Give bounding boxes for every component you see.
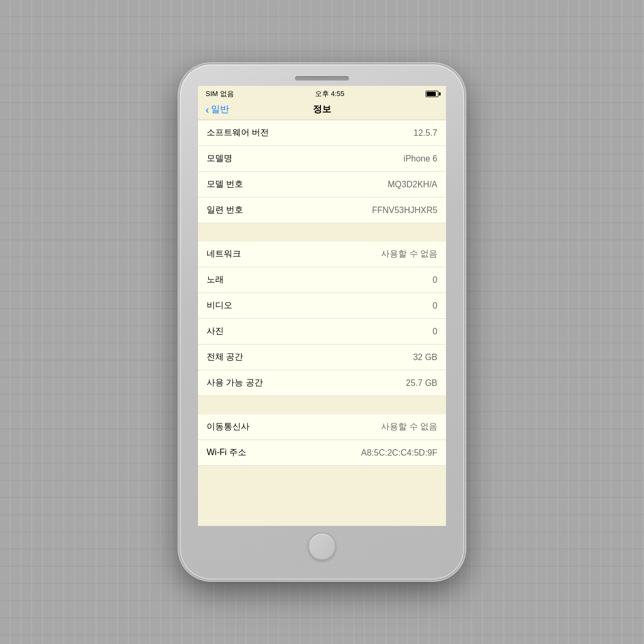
back-label: 일반 [211,103,229,115]
value-model-name: iPhone 6 [404,154,437,164]
row-model-number: 모델 번호 MQ3D2KH/A [198,172,446,197]
row-photos: 사진 0 [198,319,446,345]
section-device-info: 소프트웨어 버전 12.5.7 모델명 iPhone 6 모델 번호 MQ3D2… [198,120,446,223]
phone-screen: SIM 없음 오후 4:55 ‹ 일반 정보 소프트웨어 버전 12.5.7 [198,86,446,526]
row-available-storage: 사용 가능 공간 25.7 GB [198,370,446,396]
navigation-bar: ‹ 일반 정보 [198,101,446,120]
row-software-version: 소프트웨어 버전 12.5.7 [198,120,446,146]
battery-icon [426,91,438,97]
row-total-storage: 전체 공간 32 GB [198,345,446,370]
row-network: 네트워크 사용할 수 없음 [198,241,446,267]
battery-fill [427,92,436,96]
row-wifi-address: Wi-Fi 주소 A8:5C:2C:C4:5D:9F [198,440,446,466]
label-total-storage: 전체 공간 [207,352,243,363]
value-carrier: 사용할 수 없음 [381,421,437,433]
row-model-name: 모델명 iPhone 6 [198,146,446,172]
value-photos: 0 [433,327,437,336]
sim-status: SIM 없음 [206,89,234,99]
page-title: 정보 [313,103,331,115]
clock: 오후 4:55 [315,89,345,99]
section-storage-info: 네트워크 사용할 수 없음 노래 0 비디오 0 사진 0 전체 공간 32 [198,241,446,396]
label-carrier: 이동통신사 [207,421,250,433]
value-model-number: MQ3D2KH/A [388,180,437,189]
label-model-number: 모델 번호 [207,179,243,190]
label-serial-number: 일련 번호 [207,204,243,216]
settings-list: 소프트웨어 버전 12.5.7 모델명 iPhone 6 모델 번호 MQ3D2… [198,120,446,466]
label-videos: 비디오 [207,300,232,311]
home-button[interactable] [308,532,336,560]
section-carrier-info: 이동통신사 사용할 수 없음 Wi-Fi 주소 A8:5C:2C:C4:5D:9… [198,414,446,466]
value-software-version: 12.5.7 [414,128,437,138]
section-gap-1 [198,223,446,241]
value-available-storage: 25.7 GB [406,378,437,388]
label-photos: 사진 [207,326,224,337]
label-songs: 노래 [207,274,224,286]
value-network: 사용할 수 없음 [381,248,437,260]
phone-speaker [295,76,349,80]
row-videos: 비디오 0 [198,293,446,319]
chevron-left-icon: ‹ [206,104,209,115]
value-total-storage: 32 GB [413,353,437,362]
label-available-storage: 사용 가능 공간 [207,377,263,389]
label-model-name: 모델명 [207,153,232,164]
battery-container [426,91,438,97]
value-serial-number: FFNV53HJHXR5 [372,206,437,215]
label-wifi-address: Wi-Fi 주소 [207,447,246,458]
section-gap-2 [198,396,446,414]
back-button[interactable]: ‹ 일반 [206,103,229,115]
row-serial-number: 일련 번호 FFNV53HJHXR5 [198,197,446,223]
label-network: 네트워크 [207,248,241,260]
value-videos: 0 [433,301,437,311]
phone-device: SIM 없음 오후 4:55 ‹ 일반 정보 소프트웨어 버전 12.5.7 [180,64,464,580]
value-wifi-address: A8:5C:2C:C4:5D:9F [361,448,437,458]
label-software-version: 소프트웨어 버전 [207,127,269,138]
status-bar: SIM 없음 오후 4:55 [198,86,446,101]
row-songs: 노래 0 [198,267,446,293]
value-songs: 0 [433,275,437,285]
row-carrier: 이동통신사 사용할 수 없음 [198,414,446,440]
